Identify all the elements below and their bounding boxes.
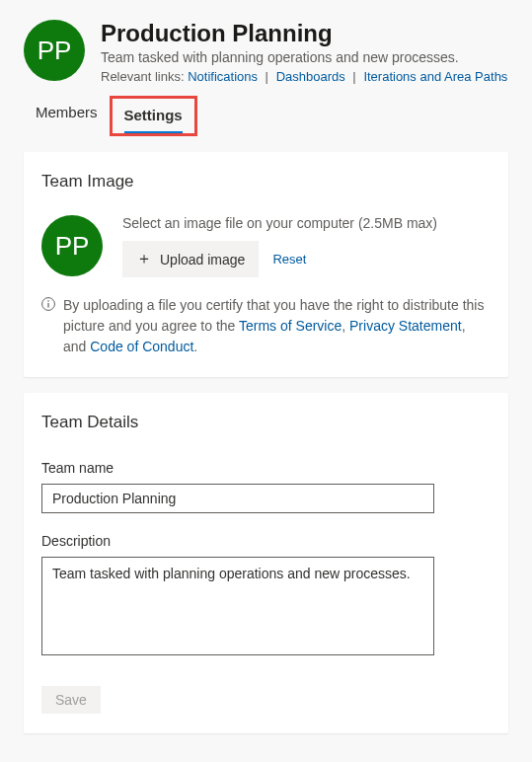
preview-initials: PP <box>55 231 90 262</box>
divider: | <box>352 69 355 84</box>
svg-point-1 <box>47 300 49 302</box>
code-of-conduct-link[interactable]: Code of Conduct <box>90 339 193 354</box>
plus-icon: ＋ <box>136 249 152 269</box>
content: Team Image PP Select an image file on yo… <box>0 136 532 762</box>
info-icon <box>41 297 55 311</box>
tab-settings-highlight: Settings <box>110 96 197 136</box>
iterations-link[interactable]: Iterations and Area Paths <box>363 69 507 84</box>
team-name-label: Team name <box>41 460 491 476</box>
description-textarea[interactable] <box>41 557 434 655</box>
page-header: PP Production Planning Team tasked with … <box>0 0 532 84</box>
dashboards-link[interactable]: Dashboards <box>276 69 345 84</box>
tabs: Members Settings <box>0 84 532 136</box>
reset-link[interactable]: Reset <box>272 252 306 267</box>
svg-rect-2 <box>47 303 48 308</box>
disclaimer: By uploading a file you certify that you… <box>41 295 491 357</box>
disclaimer-text: By uploading a file you certify that you… <box>63 295 491 357</box>
tab-settings[interactable]: Settings <box>113 99 194 133</box>
team-details-title: Team Details <box>41 413 491 432</box>
team-image-card: Team Image PP Select an image file on yo… <box>24 152 508 377</box>
team-image-preview: PP <box>41 215 103 276</box>
upload-image-button[interactable]: ＋ Upload image <box>122 241 259 277</box>
team-avatar: PP <box>24 20 85 81</box>
notifications-link[interactable]: Notifications <box>188 69 258 84</box>
relevant-links: Relevant links: Notifications | Dashboar… <box>101 69 508 84</box>
button-row: ＋ Upload image Reset <box>122 241 491 277</box>
save-button[interactable]: Save <box>41 686 101 714</box>
terms-of-service-link[interactable]: Terms of Service <box>239 318 342 334</box>
links-label: Relevant links: <box>101 69 185 84</box>
header-info: Production Planning Team tasked with pla… <box>101 20 508 84</box>
avatar-initials: PP <box>38 36 72 66</box>
team-image-title: Team Image <box>41 172 491 191</box>
description-label: Description <box>41 533 491 549</box>
team-name-input[interactable] <box>41 484 434 513</box>
privacy-statement-link[interactable]: Privacy Statement <box>349 318 462 334</box>
divider: | <box>266 69 268 84</box>
image-row: PP Select an image file on your computer… <box>41 215 491 277</box>
upload-hint: Select an image file on your computer (2… <box>122 215 491 231</box>
tab-members[interactable]: Members <box>24 96 110 136</box>
page-subtitle: Team tasked with planning operations and… <box>101 49 508 65</box>
team-details-card: Team Details Team name Description Save <box>24 393 508 733</box>
page-title: Production Planning <box>101 20 508 47</box>
image-col: Select an image file on your computer (2… <box>122 215 491 277</box>
upload-label: Upload image <box>160 252 245 267</box>
